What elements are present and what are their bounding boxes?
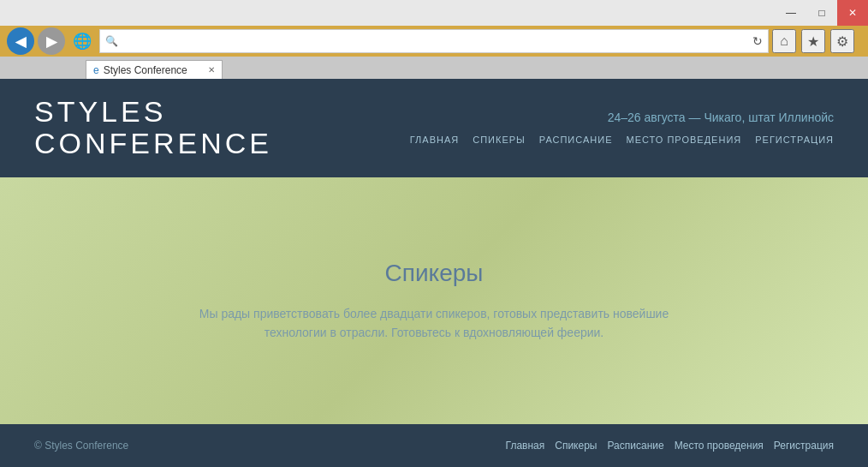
nav-venue[interactable]: МЕСТО ПРОВЕДЕНИЯ xyxy=(627,135,742,145)
footer-navigation: Главная Спикеры Расписание Место проведе… xyxy=(506,440,834,452)
nav-speakers[interactable]: СПИКЕРЫ xyxy=(473,135,526,145)
back-button[interactable]: ◀ xyxy=(7,27,34,55)
nav-home[interactable]: ГЛАВНАЯ xyxy=(410,135,459,145)
site-logo: STYLES CONFERENCE xyxy=(34,96,272,160)
site-footer: © Styles Conference Главная Спикеры Расп… xyxy=(0,424,868,467)
site-header: STYLES CONFERENCE 24–26 августа — Чикаго… xyxy=(0,79,868,177)
page-icon: 🌐 xyxy=(68,27,96,55)
title-bar: — □ ✕ xyxy=(0,0,868,26)
refresh-icon[interactable]: ↻ xyxy=(752,34,763,48)
browser-right-icons: ⌂ ★ ⚙ xyxy=(772,29,861,53)
footer-copyright: © Styles Conference xyxy=(34,440,128,452)
favorites-button[interactable]: ★ xyxy=(801,29,825,53)
nav-register[interactable]: РЕГИСТРАЦИЯ xyxy=(755,135,834,145)
footer-nav-schedule[interactable]: Расписание xyxy=(607,440,663,452)
search-icon: 🔍 xyxy=(105,35,118,47)
site-navigation: ГЛАВНАЯ СПИКЕРЫ РАСПИСАНИЕ МЕСТО ПРОВЕДЕ… xyxy=(410,135,834,145)
website-content: STYLES CONFERENCE 24–26 августа — Чикаго… xyxy=(0,79,868,467)
address-bar[interactable]: 🔍 ↻ xyxy=(99,29,769,53)
hero-description: Мы рады приветствовать более двадцати сп… xyxy=(194,304,674,343)
footer-nav-venue[interactable]: Место проведения xyxy=(675,440,764,452)
settings-button[interactable]: ⚙ xyxy=(830,29,854,53)
tab-bar: e Styles Conference ✕ xyxy=(0,57,868,79)
browser-toolbar: ◀ ▶ 🌐 🔍 ↻ ⌂ ★ ⚙ xyxy=(0,26,868,57)
home-button[interactable]: ⌂ xyxy=(772,29,796,53)
maximize-button[interactable]: □ xyxy=(806,0,837,26)
tab-close-button[interactable]: ✕ xyxy=(208,65,215,75)
title-bar-controls: — □ ✕ xyxy=(776,0,868,26)
hero-section: Спикеры Мы рады приветствовать более два… xyxy=(0,177,868,424)
tab-favicon-icon: e xyxy=(93,64,99,76)
close-button[interactable]: ✕ xyxy=(837,0,868,26)
hero-title: Спикеры xyxy=(385,260,484,287)
nav-schedule[interactable]: РАСПИСАНИЕ xyxy=(539,135,613,145)
active-tab[interactable]: e Styles Conference ✕ xyxy=(86,60,223,79)
header-right: 24–26 августа — Чикаго, штат Иллинойс ГЛ… xyxy=(410,111,834,145)
footer-nav-speakers[interactable]: Спикеры xyxy=(555,440,597,452)
tab-title: Styles Conference xyxy=(104,64,187,76)
forward-button[interactable]: ▶ xyxy=(38,27,65,55)
conference-date: 24–26 августа — Чикаго, штат Иллинойс xyxy=(410,111,834,124)
window-chrome: — □ ✕ ◀ ▶ 🌐 🔍 ↻ ⌂ ★ ⚙ e Styles Conferenc… xyxy=(0,0,868,467)
footer-nav-home[interactable]: Главная xyxy=(506,440,545,452)
footer-nav-register[interactable]: Регистрация xyxy=(774,440,834,452)
minimize-button[interactable]: — xyxy=(776,0,806,26)
